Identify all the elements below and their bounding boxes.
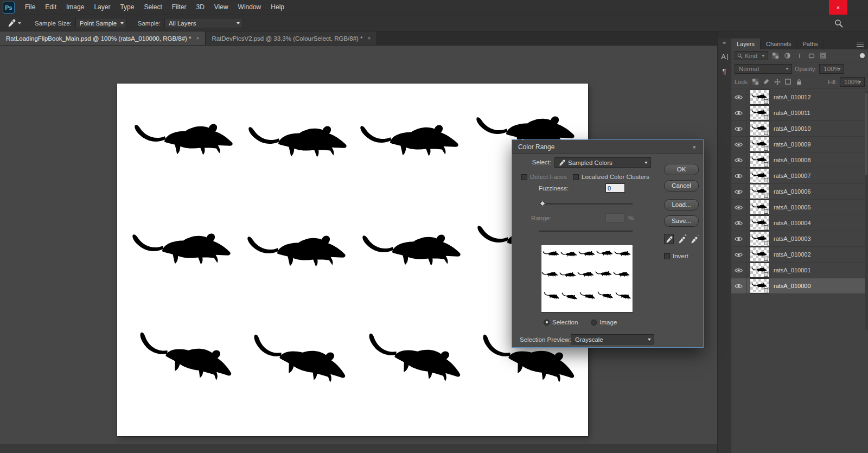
layer-thumbnail[interactable] bbox=[750, 247, 769, 261]
cancel-button[interactable]: Cancel bbox=[664, 180, 699, 192]
visibility-eye-icon[interactable] bbox=[731, 278, 746, 294]
layer-row[interactable]: ratsA_010010 bbox=[731, 121, 868, 137]
adjustment-layer-filter-icon[interactable] bbox=[783, 52, 792, 60]
tab-close-icon[interactable]: × bbox=[368, 35, 371, 41]
layer-thumbnail[interactable] bbox=[750, 263, 769, 277]
layer-name[interactable]: ratsA_010009 bbox=[774, 141, 811, 148]
layer-thumbnail[interactable] bbox=[750, 232, 769, 246]
pixel-layer-filter-icon[interactable] bbox=[771, 52, 780, 60]
visibility-eye-icon[interactable] bbox=[731, 168, 746, 183]
menu-item[interactable]: Select bbox=[139, 0, 167, 15]
layer-thumbnail[interactable] bbox=[750, 106, 769, 120]
layer-name[interactable]: ratsA_010010 bbox=[774, 125, 811, 132]
layer-row[interactable]: ratsA_010003 bbox=[731, 231, 868, 247]
layer-thumbnail[interactable] bbox=[750, 279, 769, 293]
fill-dropdown[interactable]: 100% bbox=[840, 77, 865, 87]
filter-toggle-icon[interactable] bbox=[860, 53, 865, 58]
menu-item[interactable]: Type bbox=[115, 0, 139, 15]
visibility-eye-icon[interactable] bbox=[731, 152, 746, 168]
menu-item[interactable]: Help bbox=[266, 0, 289, 15]
layer-thumbnail[interactable] bbox=[750, 184, 769, 199]
menu-item[interactable]: 3D bbox=[191, 0, 209, 15]
window-close-button[interactable]: × bbox=[829, 0, 847, 15]
panel-tab[interactable]: Channels bbox=[761, 39, 797, 49]
menu-item[interactable]: Window bbox=[233, 0, 266, 15]
slider-track[interactable] bbox=[539, 203, 633, 205]
select-dropdown[interactable]: Sampled Colors bbox=[554, 157, 651, 168]
visibility-eye-icon[interactable] bbox=[731, 215, 746, 231]
visibility-eye-icon[interactable] bbox=[731, 247, 746, 262]
layer-row[interactable]: ratsA_010006 bbox=[731, 184, 868, 200]
panel-menu-button[interactable] bbox=[857, 39, 868, 49]
menu-item[interactable]: Edit bbox=[40, 0, 61, 15]
layer-row[interactable]: ratsA_010002 bbox=[731, 247, 868, 263]
layer-name[interactable]: ratsA_010000 bbox=[774, 283, 811, 289]
panel-tab[interactable]: Paths bbox=[797, 39, 824, 49]
layer-row[interactable]: ratsA_010011 bbox=[731, 105, 868, 121]
smart-object-filter-icon[interactable] bbox=[819, 52, 828, 60]
invert-checkbox[interactable]: Invert bbox=[664, 253, 688, 259]
sample-size-dropdown[interactable]: Point Sample bbox=[75, 18, 127, 28]
fuzziness-input[interactable] bbox=[605, 183, 625, 193]
menu-item[interactable]: Filter bbox=[167, 0, 192, 15]
eyedropper-subtract-icon[interactable]: - bbox=[689, 234, 699, 244]
layer-name[interactable]: ratsA_010012 bbox=[774, 94, 811, 100]
layer-row[interactable]: ratsA_010000 bbox=[731, 278, 868, 294]
layer-row[interactable]: ratsA_010009 bbox=[731, 137, 868, 152]
ok-button[interactable]: OK bbox=[664, 164, 699, 175]
save-button[interactable]: Save... bbox=[664, 215, 699, 227]
tool-preset-picker[interactable] bbox=[5, 18, 23, 28]
dialog-title-bar[interactable]: Color Range × bbox=[512, 140, 703, 154]
layer-name[interactable]: ratsA_010008 bbox=[774, 157, 811, 163]
expand-panels-icon[interactable]: « bbox=[718, 39, 731, 46]
eyedropper-add-icon[interactable]: + bbox=[676, 234, 686, 244]
filter-kind-dropdown[interactable]: Kind bbox=[735, 51, 768, 60]
layer-row[interactable]: ratsA_010007 bbox=[731, 168, 868, 184]
document-tab[interactable]: RatLoadingFlipBook_Main.psd @ 100% (rats… bbox=[0, 31, 206, 45]
visibility-eye-icon[interactable] bbox=[731, 231, 746, 246]
layer-name[interactable]: ratsA_010006 bbox=[774, 188, 811, 195]
lock-all-icon[interactable] bbox=[795, 78, 803, 86]
lock-transparency-icon[interactable] bbox=[751, 78, 760, 86]
layer-row[interactable]: ratsA_010005 bbox=[731, 200, 868, 215]
type-layer-filter-icon[interactable]: T bbox=[795, 52, 804, 60]
layer-name[interactable]: ratsA_010004 bbox=[774, 220, 811, 226]
menu-item[interactable]: Layer bbox=[89, 0, 115, 15]
layer-name[interactable]: ratsA_010011 bbox=[774, 110, 810, 116]
layer-name[interactable]: ratsA_010001 bbox=[774, 267, 811, 273]
layer-thumbnail[interactable] bbox=[750, 169, 769, 183]
selection-radio[interactable]: Selection Image bbox=[544, 319, 617, 326]
opacity-dropdown[interactable]: 100% bbox=[819, 64, 844, 74]
lock-artboard-icon[interactable] bbox=[784, 78, 792, 86]
paragraph-panel-icon[interactable]: ¶ bbox=[718, 67, 731, 75]
load-button[interactable]: Load... bbox=[664, 199, 699, 210]
layer-row[interactable]: ratsA_010001 bbox=[731, 263, 868, 278]
layer-name[interactable]: ratsA_010002 bbox=[774, 251, 811, 258]
selection-preview-dropdown[interactable]: Grayscale bbox=[571, 334, 654, 344]
menu-item[interactable]: Image bbox=[61, 0, 89, 15]
visibility-eye-icon[interactable] bbox=[731, 263, 746, 278]
visibility-eye-icon[interactable] bbox=[731, 121, 746, 136]
document-tab[interactable]: RatDevPicsV2.psd @ 33.3% (ColourSelect, … bbox=[206, 31, 377, 45]
panel-scrollbar[interactable] bbox=[865, 91, 868, 330]
tab-close-icon[interactable]: × bbox=[196, 35, 200, 41]
layer-name[interactable]: ratsA_010007 bbox=[774, 173, 811, 179]
visibility-eye-icon[interactable] bbox=[731, 105, 746, 120]
layer-name[interactable]: ratsA_010005 bbox=[774, 204, 811, 210]
menu-item[interactable]: File bbox=[20, 0, 40, 15]
layer-thumbnail[interactable] bbox=[750, 137, 769, 151]
layer-thumbnail[interactable] bbox=[750, 122, 769, 136]
slider-thumb[interactable] bbox=[539, 200, 545, 206]
panel-tab[interactable]: Layers bbox=[731, 39, 761, 49]
lock-position-icon[interactable] bbox=[773, 78, 781, 86]
visibility-eye-icon[interactable] bbox=[731, 184, 746, 199]
blend-mode-dropdown[interactable]: Normal bbox=[735, 64, 792, 74]
dialog-close-icon[interactable]: × bbox=[692, 144, 697, 150]
visibility-eye-icon[interactable] bbox=[731, 90, 746, 105]
fuzziness-slider[interactable] bbox=[539, 201, 633, 207]
shape-layer-filter-icon[interactable] bbox=[807, 52, 816, 60]
visibility-eye-icon[interactable] bbox=[731, 200, 746, 215]
sample-dropdown[interactable]: All Layers bbox=[164, 18, 243, 28]
menu-item[interactable]: View bbox=[209, 0, 233, 15]
layer-thumbnail[interactable] bbox=[750, 153, 769, 167]
